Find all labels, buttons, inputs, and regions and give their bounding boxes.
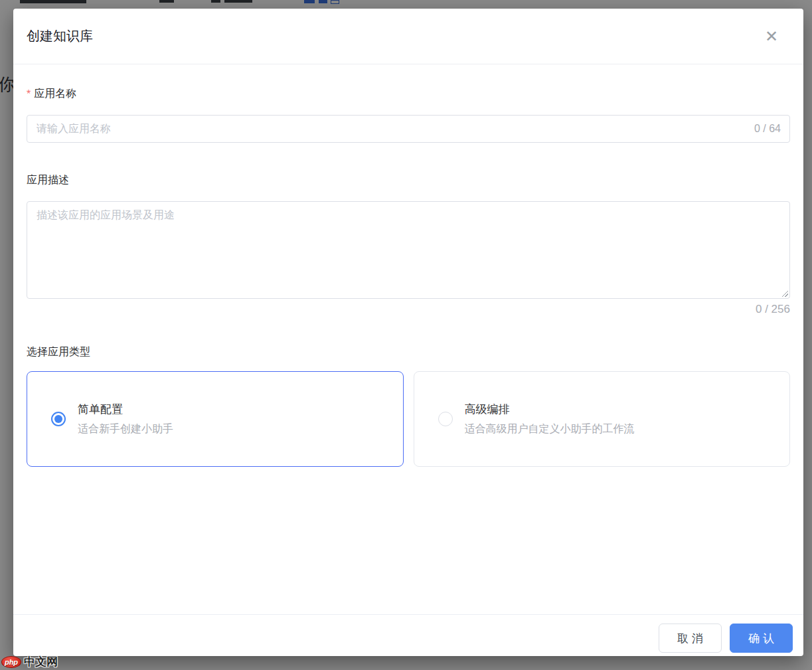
app-description-textarea-wrapper bbox=[27, 201, 790, 299]
app-name-input-wrapper: 0 / 64 bbox=[27, 115, 790, 143]
close-icon[interactable]: ✕ bbox=[761, 26, 782, 47]
create-knowledge-base-dialog: 创建知识库 ✕ * 应用名称 0 / 64 应用描述 0 / 256 选择应用类… bbox=[13, 9, 803, 656]
required-asterisk: * bbox=[27, 88, 31, 100]
card-subtitle: 适合高级用户自定义小助手的工作流 bbox=[465, 422, 635, 436]
app-type-options: 简单配置 适合新手创建小助手 高级编排 适合高级用户自定义小助手的工作流 bbox=[27, 371, 790, 467]
site-watermark: php 中文网 bbox=[1, 654, 58, 669]
dialog-footer: 取消 确认 bbox=[13, 614, 803, 656]
card-title: 高级编排 bbox=[465, 402, 635, 417]
app-type-card-simple[interactable]: 简单配置 适合新手创建小助手 bbox=[27, 371, 404, 467]
watermark-site-name: 中文网 bbox=[24, 654, 58, 669]
app-description-label-text: 应用描述 bbox=[27, 173, 69, 187]
card-subtitle: 适合新手创建小助手 bbox=[78, 422, 173, 436]
radio-selected-icon[interactable] bbox=[51, 412, 66, 426]
card-texts: 简单配置 适合新手创建小助手 bbox=[78, 402, 173, 436]
radio-unselected-icon[interactable] bbox=[438, 412, 453, 426]
confirm-button[interactable]: 确认 bbox=[730, 624, 793, 653]
app-type-heading: 选择应用类型 bbox=[27, 345, 790, 359]
card-title: 简单配置 bbox=[78, 402, 173, 417]
radio-dot bbox=[442, 415, 449, 423]
cancel-button[interactable]: 取消 bbox=[659, 624, 722, 653]
app-name-input[interactable] bbox=[27, 116, 789, 142]
php-logo: php bbox=[1, 656, 21, 668]
app-description-counter: 0 / 256 bbox=[27, 303, 790, 316]
card-texts: 高级编排 适合高级用户自定义小助手的工作流 bbox=[465, 402, 635, 436]
dialog-header: 创建知识库 ✕ bbox=[13, 9, 803, 64]
app-type-card-advanced[interactable]: 高级编排 适合高级用户自定义小助手的工作流 bbox=[414, 371, 791, 467]
app-description-textarea[interactable] bbox=[27, 202, 789, 298]
radio-dot bbox=[54, 415, 62, 423]
app-name-label-text: 应用名称 bbox=[34, 87, 76, 101]
app-name-label: * 应用名称 bbox=[27, 87, 790, 101]
dialog-body: * 应用名称 0 / 64 应用描述 0 / 256 选择应用类型 简单配置 适… bbox=[13, 64, 803, 614]
app-description-label: 应用描述 bbox=[27, 173, 790, 187]
dialog-title: 创建知识库 bbox=[27, 27, 93, 45]
